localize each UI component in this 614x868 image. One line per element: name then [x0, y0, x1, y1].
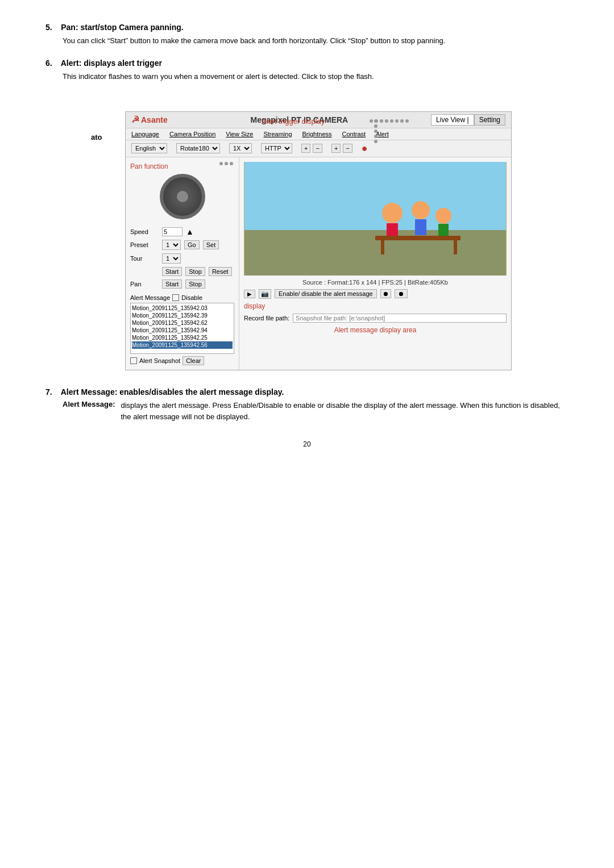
speed-label: Speed [130, 228, 159, 235]
ctrl-streaming: HTTP [261, 143, 292, 153]
display-label: display [244, 302, 265, 310]
view-size-select[interactable]: 1X [229, 143, 252, 153]
disable-checkbox[interactable] [172, 294, 179, 301]
menu-camera-position[interactable]: Camera Position [169, 131, 215, 137]
menu-brightness[interactable]: Brightness [302, 131, 332, 137]
brightness-plus-btn[interactable]: + [301, 144, 310, 153]
speed-up-icon[interactable]: ▲ [186, 227, 194, 236]
ctrl-view-size: 1X [229, 143, 252, 153]
tab-setting[interactable]: Setting [474, 114, 505, 126]
section-5-body: You can click “Start” button to make the… [63, 35, 569, 47]
section-6: 6. Alert: displays alert trigger This in… [45, 59, 569, 83]
svg-point-2 [382, 203, 403, 223]
menu-view-size[interactable]: View Size [226, 131, 253, 137]
tour-select[interactable]: 1 [162, 253, 181, 264]
view-tabs: Live View | Setting [431, 114, 505, 126]
menu-streaming[interactable]: Streaming [263, 131, 292, 137]
dot [230, 162, 233, 165]
camera-right-panel: Source : Format:176 x 144 | FPS:25 | Bit… [239, 157, 511, 370]
section-5: 5. Pan: start/stop Camera panning. You c… [45, 23, 569, 47]
preset-select[interactable]: 1 [162, 240, 181, 250]
svg-rect-9 [381, 240, 384, 254]
extra-btn[interactable]: ⏺ [395, 289, 408, 298]
speed-input[interactable] [162, 227, 182, 236]
alert-message-header: Alert Message Disable [130, 294, 234, 301]
alert-item[interactable]: Motion_20091125_135942.62 [132, 319, 233, 327]
pan-stop-button[interactable]: Stop [185, 279, 205, 289]
tab-live-view[interactable]: Live View | [431, 114, 474, 126]
small-cam-button[interactable]: 📷 [259, 289, 271, 299]
preset-label: Preset [130, 241, 159, 248]
pan-row: Pan Start Stop [130, 279, 234, 289]
brand-name: Asante [141, 115, 168, 124]
tour-stop-button[interactable]: Stop [185, 267, 205, 276]
pan-function-area: Pan function [130, 162, 234, 170]
ctrl-alert: ● [362, 143, 368, 155]
menu-alert[interactable]: Alert [376, 131, 389, 137]
dot [395, 119, 399, 123]
svg-point-6 [435, 208, 451, 224]
source-info: Source : Format:176 x 144 | FPS:25 | Bit… [244, 279, 507, 286]
svg-rect-0 [244, 162, 506, 230]
contrast-minus-btn[interactable]: − [343, 144, 352, 153]
alert-item[interactable]: Motion_20091125_135942.39 [132, 312, 233, 319]
joystick[interactable] [160, 174, 205, 219]
alert-snapshot-row: Alert Snapshot Clear [130, 356, 234, 365]
menu-language[interactable]: Language [131, 131, 159, 137]
record-file-path-label: Record file path: [244, 315, 289, 322]
brand-logo: ☭ Asante [131, 114, 168, 125]
enable-disable-area: ▶ 📷 Enable/ disable the alert message ⏺ … [244, 289, 507, 299]
section-7: 7. Alert Message: enables/disables the a… [45, 387, 569, 424]
dot [374, 130, 377, 133]
dot [374, 124, 377, 128]
contrast-plus-btn[interactable]: + [331, 144, 341, 153]
alert-snapshot-label: Alert Snapshot [139, 357, 180, 364]
tour-reset-button[interactable]: Reset [209, 267, 232, 276]
camera-ui-wrapper: Alert trigger display ato ☭ Asante Megap… [91, 111, 523, 370]
record-path-input[interactable] [293, 314, 507, 323]
ato-label: ato [91, 133, 102, 141]
alert-message-section: Alert Message Disable Motion_20091125_13… [130, 294, 234, 365]
enable-disable-button[interactable]: Enable/ disable the alert message [275, 289, 377, 298]
brightness-minus-btn[interactable]: − [313, 144, 322, 153]
alert-item[interactable]: Motion_20091125_135942.03 [132, 304, 233, 312]
alert-message-list[interactable]: Motion_20091125_135942.03 Motion_2009112… [130, 303, 234, 354]
record-button[interactable]: ⏺ [380, 289, 391, 298]
dot [385, 119, 388, 123]
clear-button[interactable]: Clear [182, 356, 204, 365]
pan-function-label: Pan function [130, 162, 168, 170]
tour-buttons: Start Stop Reset [130, 267, 234, 276]
dot [225, 162, 228, 165]
section-7-heading: 7. Alert Message: enables/disables the a… [45, 387, 569, 397]
alert-snapshot-checkbox[interactable] [130, 357, 137, 364]
ctrl-brightness: + − [301, 144, 322, 153]
section-7-body: displays the alert message. Press Enable… [121, 400, 569, 424]
joystick-dots-h [219, 162, 233, 165]
display-row: display [244, 302, 507, 310]
preview-svg [244, 162, 507, 276]
alert-message-label: Alert Message [130, 294, 170, 301]
svg-rect-5 [415, 219, 426, 235]
tour-start-button[interactable]: Start [162, 267, 182, 276]
dot [374, 135, 377, 138]
alert-item[interactable]: Motion_20091125_135942.94 [132, 327, 233, 334]
menu-contrast[interactable]: Contrast [342, 131, 366, 137]
asante-icon: ☭ [131, 114, 139, 125]
alert-indicator[interactable]: ● [362, 143, 368, 155]
pan-start-button[interactable]: Start [162, 279, 182, 289]
alert-item[interactable]: Motion_20091125_135942.25 [132, 334, 233, 341]
camera-position-select[interactable]: Rotate180 [176, 143, 220, 153]
preset-row: Preset 1 Go Set [130, 240, 234, 250]
language-select[interactable]: English [131, 143, 167, 153]
ctrl-language: English [131, 143, 167, 153]
section-6-heading: 6. Alert: displays alert trigger [45, 59, 569, 68]
streaming-select[interactable]: HTTP [261, 143, 292, 153]
go-button[interactable]: Go [184, 240, 200, 249]
disable-label: Disable [181, 294, 202, 301]
set-button[interactable]: Set [203, 240, 219, 249]
small-icon-button[interactable]: ▶ [244, 290, 255, 298]
ctrl-contrast: + − [331, 144, 352, 153]
ctrl-camera-position: Rotate180 [176, 143, 220, 153]
dot [374, 140, 377, 143]
alert-item-selected[interactable]: Motion_20091125_135942.56 [132, 341, 233, 349]
